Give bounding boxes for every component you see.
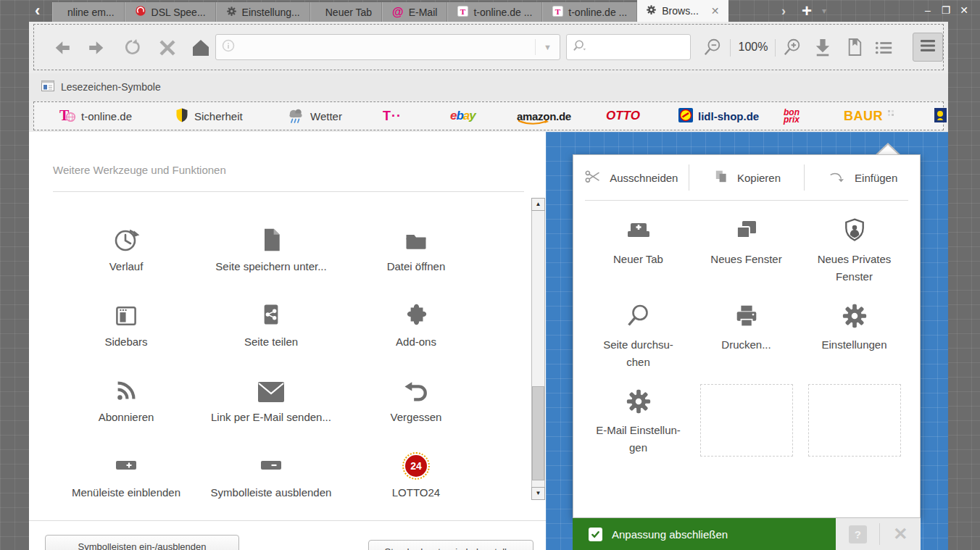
browser-chrome: ▼100% Lesezeichen-Symbole Tt-online.deSi… [29,22,948,132]
bookmark-item[interactable]: BAUR [844,102,883,130]
scrollbar-thumb[interactable] [532,386,544,480]
bookmark-item[interactable]: Sicherheit [175,102,243,130]
tab[interactable]: nline em... [52,2,125,22]
shop-tile-icon [934,108,947,125]
save-page-icon [258,220,284,254]
forget-icon [402,371,430,404]
home-button[interactable] [191,38,211,58]
tab[interactable]: @E-Mail [382,2,447,22]
palette-item-label: Link per E-Mail senden... [211,411,331,423]
stop-button[interactable] [157,38,178,58]
bookmark-item[interactable]: ebay [450,102,476,130]
close-panel-icon[interactable]: ✕ [893,525,908,543]
app-menu-button[interactable] [913,33,943,62]
tab-label: E-Mail [409,7,438,18]
scrollbar-up-button[interactable]: ▲ [531,198,545,211]
menu-item[interactable]: Seite durchsu-chen [584,291,692,377]
bookmark-item[interactable] [934,102,947,130]
paste-button[interactable]: Einfügen [805,168,920,188]
bookmark-label: OTTO [606,109,640,123]
palette-item-label: Symbolleiste ausblenden [211,486,332,499]
empty-slot[interactable] [692,377,800,462]
palette-item[interactable]: Menüleiste einblenden [54,428,199,503]
palette-item[interactable]: Vergessen [344,352,489,428]
palette-title: Weitere Werkzeuge und Funktionen [53,164,226,176]
forward-button[interactable] [85,38,105,58]
scissors-button[interactable]: Ausschneiden [573,167,689,188]
palette-item[interactable]: Seite speichern unter... [199,201,344,277]
browser-customize-screen: ‹ nline em...DSL Spee...Einstellung...Ne… [0,0,980,550]
minimize-button[interactable]: – [922,4,934,17]
tab[interactable]: Neuer Tab [310,2,382,22]
palette-item[interactable]: Add-ons [344,277,489,352]
menu-item[interactable]: Neuer Tab [584,206,692,291]
scrollbar-down-button[interactable]: ▼ [531,487,545,500]
search-input[interactable] [566,34,691,60]
palette-item[interactable]: 24LOTTO24 [344,428,489,503]
palette-item-label: Seite speichern unter... [215,260,326,272]
menu-item[interactable]: E-Mail Einstellun-gen [584,377,692,462]
tab-label: Brows... [662,5,699,17]
url-bar[interactable]: ▼ [215,34,560,60]
new-tab-button[interactable]: + [802,1,812,21]
tab[interactable]: Einstellung... [216,2,310,22]
menu-item[interactable]: Neues Fenster [692,206,800,291]
palette-item[interactable]: Sidebars [54,277,199,352]
tonline-icon: T [552,6,563,19]
url-dropdown-icon[interactable]: ▼ [535,39,554,55]
bookmark-item[interactable]: OTTO [606,102,640,130]
bookmark-page-button[interactable] [844,37,865,57]
close-window-button[interactable]: ✕ [958,4,970,17]
palette-item[interactable]: Abonnieren [54,352,199,428]
palette-item-label: Vergessen [391,411,442,423]
bookmark-item[interactable]: amazon.de [517,102,571,130]
tab[interactable]: Tt-online.de ... [447,2,542,22]
help-button[interactable]: ? [849,525,867,543]
zoom-level[interactable]: 100% [734,33,772,61]
bookmark-item[interactable]: lidl-shop.de [678,102,759,130]
empty-slot[interactable] [800,377,908,462]
tab-label: Einstellung... [242,7,300,18]
restore-button[interactable]: ❐ [940,4,952,17]
open-file-icon [402,220,431,254]
menu-item[interactable]: Einstellungen [800,291,908,377]
zoom-in-button[interactable] [782,37,802,57]
bookmark-item[interactable]: bonprix [784,102,800,130]
tab-list-dropdown-icon[interactable]: ▾ [822,6,826,16]
palette-item[interactable]: Verlauf [54,201,199,277]
menu-item[interactable]: Neues PrivatesFenster [800,206,908,291]
palette-item[interactable]: Link per E-Mail senden... [199,352,344,428]
bookmark-label: amazon.de [517,110,571,122]
tab-scroll-left-icon[interactable]: ‹ [35,1,40,20]
zoom-out-button[interactable] [702,37,723,57]
bookmark-item[interactable]: T·· [383,102,402,130]
bookmark-item[interactable]: Wetter [286,102,342,130]
lotto24-icon: 24 [402,446,430,480]
tab[interactable]: Tt-online.de ... [542,2,637,22]
divider [53,191,524,192]
reload-button[interactable] [122,38,143,58]
palette-item[interactable]: Symbolleiste ausblenden [199,428,344,503]
search-engine-icon[interactable] [573,39,587,55]
palette-item-label: Sidebars [104,336,147,348]
bookmark-label: lidl-shop.de [698,110,759,122]
tab[interactable]: Brows...✕ [637,0,728,22]
menu-item[interactable]: Drucken... [692,291,800,377]
history-icon [112,220,141,254]
bookmark-item[interactable]: Tt-online.de [59,102,132,130]
reader-list-button[interactable] [873,38,894,58]
copy-button[interactable]: Kopieren [689,167,805,188]
tab[interactable]: DSL Spee... [125,2,216,22]
download-button[interactable] [813,37,833,57]
restore-defaults-button[interactable]: Standardwerte wiederherstellen [368,540,533,550]
back-button[interactable] [54,38,74,58]
tab-close-icon[interactable]: ✕ [711,5,720,17]
tab-scroll-right-icon[interactable]: › [781,4,786,19]
toggle-toolbars-button[interactable]: Symbolleisten ein-/ausblenden [45,535,239,550]
finish-customizing-button[interactable]: Anpassung abschließen [573,518,836,550]
palette-item[interactable]: Seite teilen [199,277,344,352]
subscribe-icon [112,371,140,404]
site-info-icon[interactable] [222,39,235,55]
palette-item[interactable]: Datei öffnen [344,201,489,277]
palette-item-label: Seite teilen [244,336,298,348]
